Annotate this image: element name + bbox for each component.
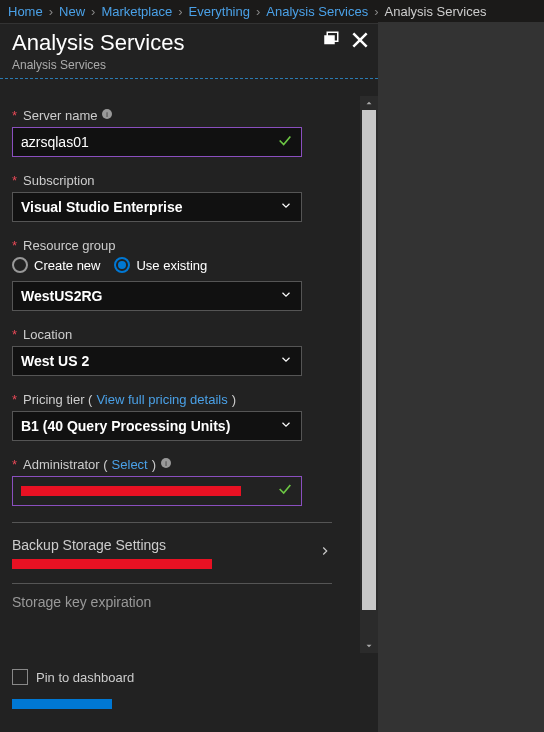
radio-use-existing[interactable]: Use existing xyxy=(114,257,207,273)
crumb-new[interactable]: New xyxy=(59,4,85,19)
pin-to-dashboard-checkbox[interactable] xyxy=(12,669,28,685)
chevron-right-icon: › xyxy=(178,4,182,19)
admin-select-link[interactable]: Select xyxy=(112,457,148,472)
resource-group-value: WestUS2RG xyxy=(21,288,102,304)
administrator-input[interactable] xyxy=(12,476,302,506)
close-icon[interactable] xyxy=(350,30,370,54)
crumb-current: Analysis Services xyxy=(385,4,487,19)
admin-label-suffix: ) xyxy=(152,457,156,472)
panel-title: Analysis Services xyxy=(12,30,366,56)
chevron-down-icon xyxy=(279,353,293,370)
crumb-home[interactable]: Home xyxy=(8,4,43,19)
chevron-right-icon: › xyxy=(256,4,260,19)
chevron-right-icon: › xyxy=(49,4,53,19)
chevron-down-icon xyxy=(279,418,293,435)
form-area: *Server name i azrsqlas01 *Subscription … xyxy=(0,96,378,653)
right-empty-pane xyxy=(378,22,544,732)
svg-rect-0 xyxy=(324,35,335,44)
location-value: West US 2 xyxy=(21,353,89,369)
panel-subtitle: Analysis Services xyxy=(12,58,366,72)
scroll-up-icon[interactable] xyxy=(360,96,378,110)
panel-footer: Pin to dashboard xyxy=(0,653,378,732)
server-name-label: Server name xyxy=(23,108,97,123)
radio-create-new[interactable]: Create new xyxy=(12,257,100,273)
crumb-everything[interactable]: Everything xyxy=(189,4,250,19)
redacted-text xyxy=(21,486,241,496)
subscription-label: Subscription xyxy=(23,173,95,188)
crumb-analysis-services[interactable]: Analysis Services xyxy=(266,4,368,19)
subscription-value: Visual Studio Enterprise xyxy=(21,199,183,215)
scroll-thumb[interactable] xyxy=(362,110,376,610)
chevron-right-icon: › xyxy=(91,4,95,19)
check-icon xyxy=(277,481,293,501)
backup-storage-settings[interactable]: Backup Storage Settings xyxy=(12,533,332,573)
crumb-marketplace[interactable]: Marketplace xyxy=(101,4,172,19)
breadcrumb: Home› New› Marketplace› Everything› Anal… xyxy=(0,0,544,23)
info-icon[interactable]: i xyxy=(101,108,113,123)
location-label: Location xyxy=(23,327,72,342)
divider xyxy=(12,583,332,584)
chevron-right-icon xyxy=(318,544,332,562)
resource-group-select[interactable]: WestUS2RG xyxy=(12,281,302,311)
chevron-right-icon: › xyxy=(374,4,378,19)
pricing-tier-select[interactable]: B1 (40 Query Processing Units) xyxy=(12,411,302,441)
pricing-details-link[interactable]: View full pricing details xyxy=(96,392,227,407)
restore-window-icon[interactable] xyxy=(322,30,340,54)
storage-key-label: Storage key expiration xyxy=(12,594,366,610)
info-icon[interactable]: i xyxy=(160,457,172,472)
pricing-value: B1 (40 Query Processing Units) xyxy=(21,418,230,434)
location-select[interactable]: West US 2 xyxy=(12,346,302,376)
admin-label-prefix: Administrator ( xyxy=(23,457,108,472)
blade-panel: Analysis Services Analysis Services *Ser… xyxy=(0,23,378,732)
resource-group-label: Resource group xyxy=(23,238,116,253)
backup-title: Backup Storage Settings xyxy=(12,537,212,553)
scroll-down-icon[interactable] xyxy=(360,639,378,653)
check-icon xyxy=(277,133,293,152)
scrollbar[interactable] xyxy=(360,96,378,653)
chevron-down-icon xyxy=(279,288,293,305)
subscription-select[interactable]: Visual Studio Enterprise xyxy=(12,192,302,222)
divider xyxy=(12,522,332,523)
create-button[interactable] xyxy=(12,699,112,709)
pricing-label-suffix: ) xyxy=(232,392,236,407)
pricing-label-prefix: Pricing tier ( xyxy=(23,392,92,407)
server-name-value: azrsqlas01 xyxy=(21,134,89,150)
redacted-text xyxy=(12,559,212,569)
server-name-input[interactable]: azrsqlas01 xyxy=(12,127,302,157)
chevron-down-icon xyxy=(279,199,293,216)
pin-label: Pin to dashboard xyxy=(36,670,134,685)
